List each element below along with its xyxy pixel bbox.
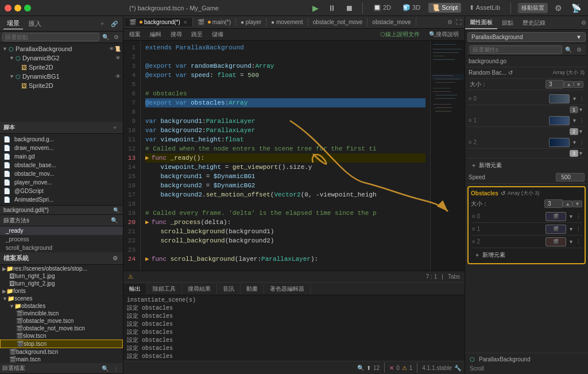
- file-menu-btn[interactable]: 檔案: [127, 30, 143, 39]
- add-obstacles-btn[interactable]: ＋ 新增元素: [471, 249, 582, 261]
- filter-output-icon[interactable]: 🔍: [357, 365, 364, 371]
- code-content[interactable]: extends ParallaxBackground @export var r…: [141, 41, 430, 271]
- obs-item-2-kebab[interactable]: ⋮: [576, 239, 581, 245]
- search-help-btn[interactable]: 🔍搜尋說明: [427, 30, 461, 39]
- filter-props-options[interactable]: ⚙: [575, 46, 583, 53]
- mode-tab-script[interactable]: 📜 Script: [428, 3, 461, 13]
- inspector-tab-history[interactable]: 歷史記錄: [518, 17, 550, 29]
- scene-tab-main[interactable]: 🎬 main(*): [193, 18, 236, 26]
- obs-item-0-btn[interactable]: ▼: [568, 214, 574, 219]
- mode-tab-assetlib[interactable]: ⬆ AssetLib: [466, 3, 504, 13]
- random-bg-size-input[interactable]: [546, 80, 564, 88]
- obstacles-size-down[interactable]: ▼: [572, 201, 582, 207]
- file-item-stop[interactable]: 🎬 stop.tscn: [0, 340, 123, 348]
- tree-item-sprite2d-1[interactable]: ▶ 🖼 Sprite2D: [0, 63, 123, 72]
- add-random-bg-btn[interactable]: ＋ 新增元素: [467, 160, 586, 171]
- filter-props-input[interactable]: [470, 45, 562, 54]
- scene-tab-close[interactable]: ✕: [183, 20, 188, 25]
- output-tab-anim[interactable]: 動畫: [241, 284, 264, 294]
- store-menu-btn[interactable]: 儲備: [210, 30, 226, 39]
- filter-search-icon[interactable]: 🔍: [100, 33, 111, 41]
- tree-item-sprite2d-2[interactable]: ▶ 🖼 Sprite2D: [0, 81, 123, 90]
- mode-tab-3d[interactable]: 🧊 3D: [399, 3, 424, 13]
- script-item-animated[interactable]: 📄 AnimatedSpri...: [0, 195, 123, 204]
- script-item-player-mov[interactable]: 📄 player_move...: [0, 178, 123, 187]
- visibility-icon2[interactable]: 👁: [115, 55, 121, 61]
- class-selector[interactable]: ParallaxBackground ▼: [467, 32, 586, 42]
- methods-search-icon[interactable]: 🔍: [109, 217, 119, 224]
- settings-btn[interactable]: ⚙: [552, 2, 564, 14]
- scene-tab-movement[interactable]: ● movement: [266, 18, 308, 26]
- visibility-icon3[interactable]: 👁: [115, 74, 121, 79]
- file-item-obstacle-not-move[interactable]: 🎬 obstacle_not_move.tscn: [0, 325, 123, 332]
- file-item-turnright1[interactable]: 🖼 turn_right_1.jpg: [0, 272, 123, 280]
- tree-item-dynamicbg1[interactable]: ▼ ⬡ DynamicBG1 👁: [0, 72, 123, 81]
- obs-item-1-kebab[interactable]: ⋮: [576, 226, 581, 232]
- output-tab-search[interactable]: 搜尋結果: [182, 284, 217, 294]
- file-item-obstacle-move[interactable]: 🎬 obstacle_move.tscn: [0, 317, 123, 325]
- array-item-1-kebab[interactable]: ⋮: [579, 118, 585, 124]
- filter-options-icon[interactable]: ⚙: [112, 33, 121, 41]
- visibility-icon[interactable]: 👁: [109, 46, 114, 52]
- tree-item-dynamicbg2[interactable]: ▼ ⬡ DynamicBG2 👁: [0, 53, 123, 63]
- file-item-invincible[interactable]: 🎬 invincible.tscn: [0, 310, 123, 317]
- item-2-chevron[interactable]: ▼: [578, 151, 583, 156]
- script-item-draw[interactable]: 📄 draw_movem...: [0, 144, 123, 152]
- tab-import[interactable]: 匯入: [25, 18, 45, 29]
- tree-item-parallaxbg[interactable]: ▼ ⬡ ParallaxBackground 👁 📜: [0, 44, 123, 53]
- scene-tab-obstacle-move[interactable]: obstacle_move: [368, 18, 416, 26]
- script-item-main[interactable]: 📄 main.gd: [0, 152, 123, 161]
- file-item-main[interactable]: 🎬 main.tscn: [0, 356, 123, 363]
- speed-input[interactable]: [556, 173, 585, 182]
- link-node-btn[interactable]: 🔗: [109, 20, 119, 28]
- filter-props-search-icon[interactable]: 🔍: [563, 46, 574, 53]
- scene-tabs-fullscreen[interactable]: ⛶: [454, 18, 463, 26]
- obstacles-size-up[interactable]: ▲: [563, 201, 572, 207]
- method-process[interactable]: _process: [0, 235, 123, 244]
- scene-tab-background[interactable]: 🎬 background(*) ✕: [125, 18, 193, 26]
- array-item-0-kebab[interactable]: ⋮: [579, 96, 585, 102]
- scene-tab-obstacle-not-move[interactable]: obstacle_not_move: [308, 18, 368, 26]
- inspector-options[interactable]: ⚙: [579, 19, 588, 26]
- goto-menu-btn[interactable]: 跳至: [189, 30, 205, 39]
- item-0-chevron[interactable]: ▼: [578, 107, 583, 113]
- minimize-button[interactable]: [14, 5, 21, 11]
- output-tab-shader[interactable]: 著色器編輯器: [264, 284, 311, 294]
- file-item-turnright2[interactable]: 🖼 turn_right_2.jpg: [0, 280, 123, 287]
- script-item-gdscript[interactable]: 📄 @GDScript: [0, 187, 123, 195]
- filter-nodes-input[interactable]: [2, 33, 99, 41]
- filter-methods-btn[interactable]: 🔍: [113, 207, 119, 213]
- inspector-tab-props[interactable]: 屬性面板: [465, 17, 497, 29]
- obs-item-2-btn[interactable]: ▼: [568, 239, 574, 245]
- script-item-obstacle-base[interactable]: 📄 obstacle_base...: [0, 161, 123, 169]
- pause-button[interactable]: ⏸: [326, 2, 338, 14]
- play-button[interactable]: ▶: [310, 2, 321, 14]
- remote-btn[interactable]: 📡: [569, 2, 583, 14]
- add-node-btn[interactable]: ＋: [98, 19, 107, 28]
- random-bg-size-down[interactable]: ▼: [574, 81, 583, 88]
- filter-files-options[interactable]: ⋮: [111, 365, 121, 372]
- doc-link-btn[interactable]: ⬡線上說明文件: [378, 30, 422, 39]
- maximize-button[interactable]: [24, 5, 31, 11]
- inspector-tab-nodes[interactable]: 節點: [497, 17, 518, 29]
- reload-icon[interactable]: ↺: [508, 70, 513, 76]
- array-item-2-btn[interactable]: ▼: [572, 140, 577, 145]
- item-1-chevron[interactable]: ▼: [578, 129, 583, 134]
- edit-menu-btn[interactable]: 編輯: [148, 30, 164, 39]
- obs-item-0-kebab[interactable]: ⋮: [576, 214, 581, 219]
- close-button[interactable]: [5, 5, 11, 11]
- random-bg-size-up[interactable]: ▲: [564, 81, 574, 88]
- obstacles-reload-icon[interactable]: ↺: [501, 190, 505, 196]
- method-scroll-bg[interactable]: scroll_background: [0, 244, 123, 252]
- output-tab-audio[interactable]: 音訊: [217, 284, 241, 294]
- script-item-bg[interactable]: 📄 background.g...: [0, 135, 123, 144]
- filter-files-search-icon[interactable]: 🔍: [100, 365, 110, 372]
- mode-tab-2d[interactable]: 🔲 2D: [370, 3, 394, 13]
- scene-tabs-options[interactable]: ⚙: [446, 18, 454, 26]
- array-item-0-btn[interactable]: ▼: [572, 96, 577, 102]
- tab-scene[interactable]: 場景: [3, 18, 23, 29]
- stop-button[interactable]: ⏹: [343, 2, 355, 14]
- file-item-background[interactable]: 🎬 background.tscn: [0, 348, 123, 356]
- file-item-scenes[interactable]: ▼ 📁 scenes: [0, 295, 123, 302]
- filesystem-options[interactable]: ⚙: [111, 255, 119, 262]
